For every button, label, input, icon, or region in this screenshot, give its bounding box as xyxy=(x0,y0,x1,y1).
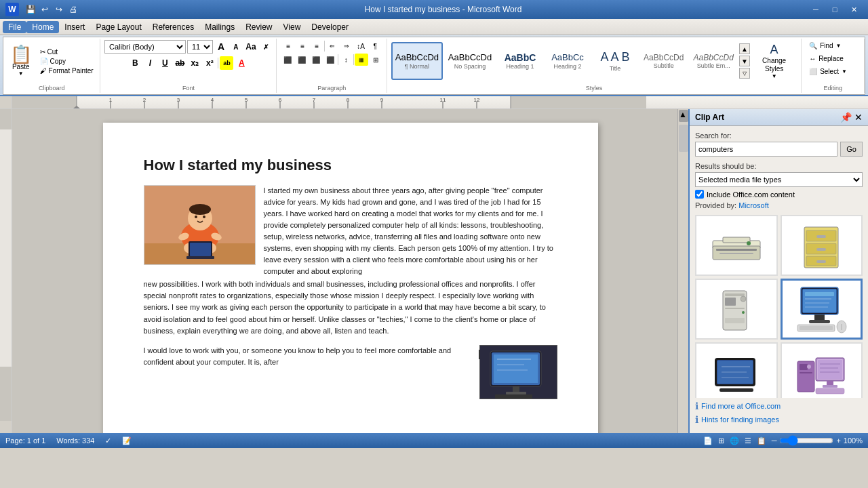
style-no-spacing[interactable]: AaBbCcDd No Spacing xyxy=(444,42,496,80)
increase-indent-button[interactable]: ⇒ xyxy=(340,40,353,52)
style-subtle-em[interactable]: AaBbCcDd Subtle Em... xyxy=(689,42,737,80)
underline-button[interactable]: U xyxy=(158,56,172,70)
menu-mailings[interactable]: Mailings xyxy=(199,21,240,33)
menu-developer[interactable]: Developer xyxy=(306,21,354,33)
redo-button[interactable]: ↪ xyxy=(53,3,65,16)
select-button[interactable]: ⬜ Select ▼ xyxy=(806,66,860,77)
line-spacing-button[interactable]: ↕ xyxy=(339,54,353,66)
font-size-select[interactable]: 11 xyxy=(187,40,213,54)
borders-button[interactable]: ⊞ xyxy=(369,54,382,66)
clip-item-2[interactable] xyxy=(781,215,863,276)
go-button[interactable]: Go xyxy=(840,142,863,157)
change-styles-button[interactable]: A Change Styles ▼ xyxy=(751,40,797,82)
clip-item-5[interactable] xyxy=(695,342,778,398)
panel-close-button[interactable]: ✕ xyxy=(854,112,863,123)
save-button[interactable]: 💾 xyxy=(24,3,37,16)
panel-header: Clip Art 📌 ✕ xyxy=(690,109,868,126)
clipboard-small-buttons: ✂ Cut 📄 Copy 🖌 Format Painter xyxy=(37,47,96,75)
bullets-button[interactable]: ≡ xyxy=(281,40,295,52)
view-print[interactable]: 📄 xyxy=(703,436,713,445)
cut-button[interactable]: ✂ Cut xyxy=(37,47,96,56)
center-button[interactable]: ⬛ xyxy=(295,54,309,66)
superscript-button[interactable]: x² xyxy=(203,56,216,70)
zoom-out-button[interactable]: ─ xyxy=(772,436,777,445)
view-fullscreen[interactable]: ⊞ xyxy=(718,436,724,445)
text-highlight-button[interactable]: ab xyxy=(220,56,233,70)
ribbon-group-editing: 🔍 Find ▼ ↔ Replace ⬜ Select ▼ Editing xyxy=(802,39,865,93)
decrease-indent-button[interactable]: ⇐ xyxy=(326,40,339,52)
zoom-in-button[interactable]: + xyxy=(836,436,840,445)
results-type-select[interactable]: Selected media file types xyxy=(695,172,863,187)
style-normal[interactable]: AaBbCcDd ¶ Normal xyxy=(391,42,443,80)
align-right-button[interactable]: ⬛ xyxy=(309,54,323,66)
quick-print-button[interactable]: 🖨 xyxy=(67,3,79,16)
microsoft-link[interactable]: Microsoft xyxy=(738,201,769,209)
find-more-link[interactable]: ℹ Find more at Office.com xyxy=(695,401,863,411)
change-case-button[interactable]: Aa xyxy=(244,40,258,54)
menu-insert[interactable]: Insert xyxy=(59,21,90,33)
search-input[interactable] xyxy=(695,142,837,157)
scroll-up-button[interactable]: ▲ xyxy=(679,110,688,122)
multilevel-button[interactable]: ≡ xyxy=(310,40,323,52)
subscript-button[interactable]: x₂ xyxy=(188,56,201,70)
select-icon: ⬜ xyxy=(809,68,817,75)
clip-item-6[interactable] xyxy=(781,342,863,398)
strikethrough-button[interactable]: ab xyxy=(173,56,186,70)
include-office-checkbox[interactable] xyxy=(695,190,704,199)
replace-button[interactable]: ↔ Replace xyxy=(806,53,860,64)
bold-button[interactable]: B xyxy=(128,56,142,70)
scroll-thumb[interactable] xyxy=(679,125,688,152)
find-button[interactable]: 🔍 Find ▼ xyxy=(806,40,860,52)
copy-button[interactable]: 📄 Copy xyxy=(37,57,96,66)
menu-view[interactable]: View xyxy=(278,21,307,33)
menu-pagelayout[interactable]: Page Layout xyxy=(90,21,146,33)
align-left-button[interactable]: ⬛ xyxy=(281,54,294,66)
justify-button[interactable]: ⬛ xyxy=(323,54,337,66)
font-family-select[interactable]: Calibri (Body) xyxy=(104,40,186,54)
svg-text:3: 3 xyxy=(177,97,180,103)
style-title[interactable]: A A B Title xyxy=(592,42,638,80)
shrink-font-button[interactable]: A xyxy=(229,40,243,54)
sort-button[interactable]: ↕A xyxy=(354,40,368,52)
close-button[interactable]: ✕ xyxy=(845,3,863,16)
second-paragraph-with-image: I would love to work with you, or someon… xyxy=(144,345,557,399)
menu-references[interactable]: References xyxy=(147,21,199,33)
grow-font-button[interactable]: A xyxy=(214,40,228,54)
shading-button[interactable]: ▦ xyxy=(355,54,368,66)
clip-item-1[interactable] xyxy=(695,215,778,276)
show-hide-button[interactable]: ¶ xyxy=(368,40,382,52)
styles-scroll-up[interactable]: ▲ xyxy=(739,43,750,54)
restore-button[interactable]: □ xyxy=(826,3,844,16)
svg-rect-98 xyxy=(800,372,812,373)
clip-item-4[interactable] xyxy=(781,279,863,340)
panel-title: Clip Art xyxy=(695,113,724,122)
view-web[interactable]: 🌐 xyxy=(730,436,739,445)
numbering-button[interactable]: ≡ xyxy=(296,40,309,52)
hints-link[interactable]: ℹ Hints for finding images xyxy=(695,414,863,425)
svg-text:7: 7 xyxy=(313,97,316,103)
styles-scroll-down[interactable]: ▼ xyxy=(739,56,750,66)
zoom-slider[interactable] xyxy=(779,436,833,445)
styles-more[interactable]: ▽ xyxy=(739,68,750,79)
format-painter-button[interactable]: 🖌 Format Painter xyxy=(37,66,96,75)
panel-pin-button[interactable]: 📌 xyxy=(840,112,852,123)
vertical-scrollbar[interactable]: ▲ xyxy=(677,109,688,433)
italic-button[interactable]: I xyxy=(143,56,157,70)
clip-item-3[interactable] xyxy=(695,279,778,340)
document-scroll[interactable]: ▲ How I started my business xyxy=(12,109,688,433)
style-title-preview: A A B xyxy=(600,50,629,65)
style-heading2[interactable]: AaBbCc Heading 2 xyxy=(545,42,591,80)
minimize-button[interactable]: ─ xyxy=(807,3,825,16)
undo-button[interactable]: ↩ xyxy=(39,3,51,16)
style-subtitle[interactable]: AaBbCcDd Subtitle xyxy=(639,42,688,80)
menu-home[interactable]: Home xyxy=(26,21,59,33)
style-heading1[interactable]: AaBbC Heading 1 xyxy=(497,42,543,80)
view-outline[interactable]: ☰ xyxy=(745,436,751,445)
clear-format-button[interactable]: ✗ xyxy=(259,40,273,54)
menu-file[interactable]: File xyxy=(3,21,26,33)
view-draft[interactable]: 📋 xyxy=(757,436,766,445)
paste-button[interactable]: 📋 Paste ▼ xyxy=(7,43,35,79)
font-color-button[interactable]: A xyxy=(235,56,248,70)
menu-review[interactable]: Review xyxy=(240,21,277,33)
paste-icon: 📋 xyxy=(10,45,32,63)
